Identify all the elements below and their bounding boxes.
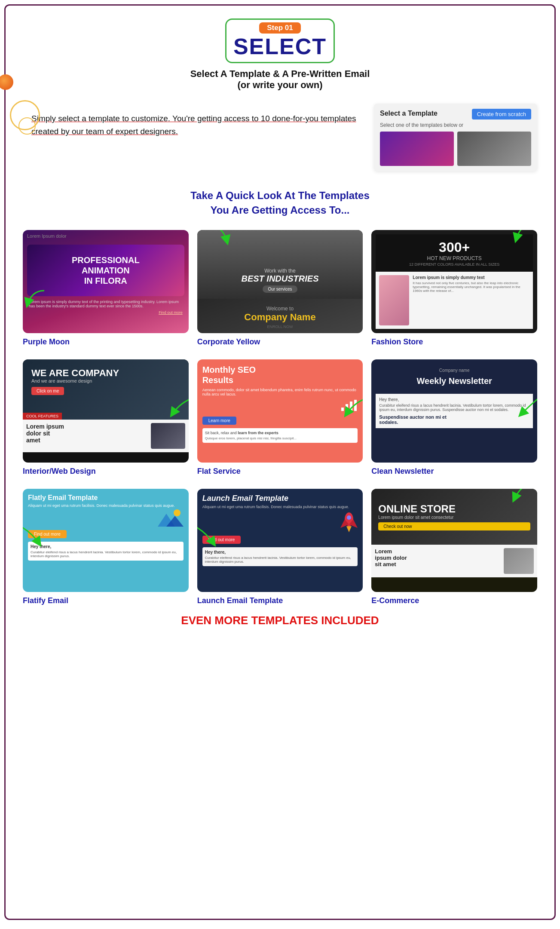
svg-marker-11 xyxy=(346,526,352,532)
step-badge: Step 01 xyxy=(259,22,300,34)
interior-overlay: WE ARE COMPANY And we are awesome design… xyxy=(31,368,180,395)
ecomm-lorem: Loremipsum dolorsit amet xyxy=(375,548,500,574)
template-label-flat: Flat Service xyxy=(197,467,363,476)
interior-we-are: WE ARE COMPANY xyxy=(31,368,180,378)
template-item-corporate[interactable]: Work with the BEST INDUSTRIES Our servic… xyxy=(197,230,363,346)
deco-circle-outline2 xyxy=(18,117,36,135)
thumb-purple xyxy=(380,132,454,166)
launch-rocket xyxy=(202,511,358,534)
template-item-flat[interactable]: Monthly SEOResults Aenean commodo, dolor… xyxy=(197,359,363,476)
arrow-flat xyxy=(337,394,363,421)
fashion-bottom: Lorem ipsum is simply dummy text It has … xyxy=(376,272,533,329)
thumb-gray xyxy=(457,132,531,166)
interior-cool: COOL FEATURES xyxy=(23,413,62,420)
screenshot-desc: Select one of the templates below or xyxy=(380,122,531,128)
template-card-flat[interactable]: Monthly SEOResults Aenean commodo, dolor… xyxy=(197,359,363,463)
pm-title: PROFESSIONALANIMATIONIN FILORA xyxy=(72,255,140,286)
template-card-launch[interactable]: Launch Email Template Aliquam ut mi eget… xyxy=(197,489,363,592)
flatify-mountains xyxy=(28,509,184,528)
step-header: Step 01 SELECT xyxy=(23,18,537,63)
flatify-body: Aliquam ut mi eget uma rutrum facilisis.… xyxy=(28,503,184,508)
step-title: SELECT xyxy=(233,35,327,58)
clean-top: Company name Weekly Newsletter xyxy=(376,364,533,394)
flat-learn[interactable]: Learn more xyxy=(202,417,236,425)
template-item-purple-moon[interactable]: Lorem Ipsum dolor PROFESSIONALANIMATIONI… xyxy=(23,230,189,346)
quick-look-title: Take A Quick Look At The Templates You A… xyxy=(23,188,537,217)
launch-bottom: Hey there, Curabitur eleifend risus a la… xyxy=(202,547,358,566)
clean-hey: Hey there, xyxy=(379,397,529,402)
arrow-fashion xyxy=(507,230,533,247)
template-item-ecomm[interactable]: ONLINE STORE Lorem ipsum dolor sit amet … xyxy=(371,489,537,605)
clean-bottom: Hey there, Curabitur eleifend risus a la… xyxy=(376,394,533,428)
corp-welcome: Welcome to xyxy=(202,306,359,312)
pm-body-text: Lorem ipsum is simply dummy text of the … xyxy=(29,300,183,308)
even-more-text: EVEN MORE TEMPLATES INCLUDED xyxy=(23,614,537,627)
template-card-ecomm[interactable]: ONLINE STORE Lorem ipsum dolor sit amet … xyxy=(371,489,537,592)
template-card-interior[interactable]: WE ARE COMPANY And we are awesome design… xyxy=(23,359,189,463)
pm-lorem-label: Lorem Ipsum dolor xyxy=(27,233,67,239)
corp-best: BEST INDUSTRIES xyxy=(203,274,357,284)
template-item-flatify[interactable]: Flatly Email Template Aliquam ut mi eget… xyxy=(23,489,189,605)
interior-bottom: Lorem ipsumdolor sitamet xyxy=(23,420,189,452)
pm-inner-bottom: Lorem ipsum is simply dummy text of the … xyxy=(27,296,184,318)
flatify-top: Flatly Email Template Aliquam ut mi eget… xyxy=(28,494,184,538)
template-label-launch: Launch Email Template xyxy=(197,596,363,605)
launch-hey: Hey there, xyxy=(205,550,355,555)
top-description: Simply select a template to customize. Y… xyxy=(31,112,357,138)
step-subtitle: Select A Template & A Pre-Written Email … xyxy=(23,68,537,91)
fashion-thumb xyxy=(379,275,409,325)
corp-bottom: Welcome to Company Name ENROLL NOW xyxy=(197,299,363,333)
flat-title: Monthly SEOResults xyxy=(202,365,358,385)
ecomm-sub: Lorem ipsum dolor sit amet consectetur xyxy=(378,515,530,520)
flatify-bottom: Hey there, Curabitur eleifend risus a la… xyxy=(28,542,184,561)
clean-company: Company name xyxy=(376,368,533,373)
template-card-purple-moon[interactable]: Lorem Ipsum dolor PROFESSIONALANIMATIONI… xyxy=(23,230,189,333)
screenshot-thumbnails xyxy=(380,132,531,166)
arrow-flatify xyxy=(23,523,49,551)
flatify-sub: Curabitur eleifend risus a lacus hendrer… xyxy=(31,550,181,558)
template-item-clean[interactable]: Company name Weekly Newsletter Hey there… xyxy=(371,359,537,476)
launch-sub: Curabitur eleifend risus a lacus hendrer… xyxy=(205,556,355,564)
step-badge-wrapper: Step 01 SELECT xyxy=(225,18,335,63)
ecomm-bottom: Loremipsum dolorsit amet xyxy=(371,545,537,577)
template-item-launch[interactable]: Launch Email Template Aliquam ut mi eget… xyxy=(197,489,363,605)
template-selector-screenshot: Select a Template Create from scratch Se… xyxy=(374,104,537,171)
launch-body: Aliquam ut mi eget uma rutrum facilisis.… xyxy=(202,505,358,509)
deco-circle-orange xyxy=(0,74,13,90)
screenshot-title: Select a Template xyxy=(380,110,438,117)
fashion-text: Lorem ipsum is simply dummy text It has … xyxy=(413,275,529,325)
template-label-ecomm: E-Commerce xyxy=(371,596,537,605)
arrow-clean xyxy=(511,394,537,421)
template-label-fashion: Fashion Store xyxy=(371,337,537,346)
template-item-interior[interactable]: WE ARE COMPANY And we are awesome design… xyxy=(23,359,189,476)
template-card-clean[interactable]: Company name Weekly Newsletter Hey there… xyxy=(371,359,537,463)
corp-company: Company Name xyxy=(202,312,359,323)
fashion-hot: HOT NEW PRODUCTS xyxy=(381,255,528,261)
corp-enroll: ENROLL NOW xyxy=(202,325,359,329)
pm-read-more: Find out more xyxy=(29,310,183,315)
clean-weekly: Weekly Newsletter xyxy=(376,376,533,386)
template-card-corporate[interactable]: Work with the BEST INDUSTRIES Our servic… xyxy=(197,230,363,333)
fashion-colors: 12 DIFFERENT COLORS AVAILABLE IN ALL SIZ… xyxy=(381,262,528,267)
template-label-clean: Clean Newsletter xyxy=(371,467,537,476)
template-item-fashion[interactable]: 300+ HOT NEW PRODUCTS 12 DIFFERENT COLOR… xyxy=(371,230,537,346)
corp-work: Work with the xyxy=(203,268,357,274)
template-label-purple-moon: Purple Moon xyxy=(23,337,189,346)
flat-body: Aenean commodo, dolor sit amet bibendum … xyxy=(202,388,358,396)
interior-img xyxy=(151,423,185,449)
ecomm-btn[interactable]: Check out now xyxy=(378,522,530,530)
template-card-fashion[interactable]: 300+ HOT NEW PRODUCTS 12 DIFFERENT COLOR… xyxy=(371,230,537,333)
template-grid: Lorem Ipsum dolor PROFESSIONALANIMATIONI… xyxy=(23,230,537,605)
template-label-flatify: Flatify Email xyxy=(23,596,189,605)
corp-overlay: Work with the BEST INDUSTRIES Our servic… xyxy=(197,262,363,299)
template-card-flatify[interactable]: Flatly Email Template Aliquam ut mi eget… xyxy=(23,489,189,592)
corp-services-btn: Our services xyxy=(263,285,297,293)
interior-tagline: And we are awesome design xyxy=(31,378,180,383)
arrow-launch xyxy=(197,523,223,551)
create-from-scratch-button[interactable]: Create from scratch xyxy=(472,109,531,120)
pm-inner-top: PROFESSIONALANIMATIONIN FILORA xyxy=(27,245,184,296)
launch-top: Launch Email Template Aliquam ut mi eget… xyxy=(202,494,358,544)
screenshot-header: Select a Template Create from scratch xyxy=(380,109,531,120)
clean-body: Curabitur eleifend risus a lacus hendrer… xyxy=(379,403,529,412)
top-section: Simply select a template to customize. Y… xyxy=(23,104,537,171)
